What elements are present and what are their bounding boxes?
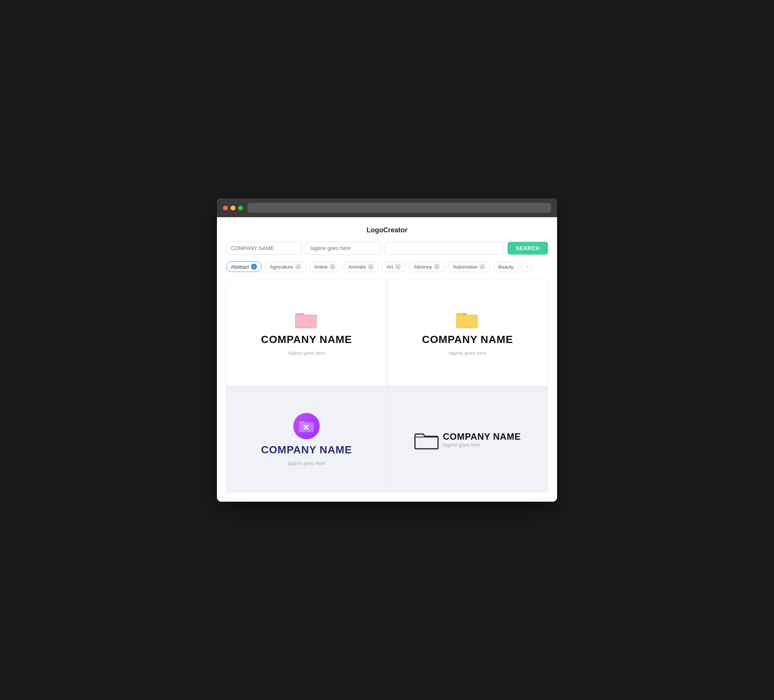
category-chip-beauty[interactable]: Beauty	[493, 262, 518, 272]
close-button[interactable]	[223, 205, 228, 210]
minimize-button[interactable]	[230, 205, 235, 210]
check-icon: ✓	[368, 264, 374, 270]
category-chip-attorney[interactable]: Attorney ✓	[409, 261, 445, 272]
logo-tagline: tagline goes here	[448, 350, 486, 356]
categories-bar: Abstract ✓ Agriculture ✓ Airline ✓ Anima…	[226, 261, 548, 272]
svg-rect-4	[463, 313, 467, 315]
logo-card-3[interactable]: COMPANY NAME tagline goes here	[227, 386, 387, 492]
logo-content: COMPANY NAME tagline goes here	[422, 310, 513, 356]
category-chip-art[interactable]: Art ✓	[382, 261, 406, 272]
logo-content: COMPANY NAME tagline goes here	[261, 310, 352, 356]
svg-rect-3	[457, 315, 478, 327]
browser-window: LogoCreator SEARCH Abstract ✓ Agricultur…	[217, 198, 557, 502]
check-icon: ✓	[251, 264, 257, 270]
app-title: LogoCreator	[226, 226, 548, 234]
folder-pink-icon	[295, 310, 318, 329]
category-label: Animals	[349, 264, 366, 270]
category-label: Airline	[314, 264, 327, 270]
category-label: Abstract	[231, 264, 249, 270]
category-label: Beauty	[498, 264, 513, 270]
category-chip-automotive[interactable]: Automotive ✓	[448, 261, 490, 272]
logo-company-name: COMPANY NAME	[443, 431, 521, 442]
category-chip-airline[interactable]: Airline ✓	[309, 261, 341, 272]
categories-next-button[interactable]: →	[521, 261, 532, 272]
category-label: Automotive	[453, 264, 477, 270]
logo-company-name: COMPANY NAME	[261, 444, 352, 456]
check-icon: ✓	[329, 264, 336, 270]
check-icon: ✓	[395, 264, 401, 270]
folder-outline-icon	[414, 430, 437, 448]
check-icon: ✓	[434, 264, 440, 270]
category-label: Agriculture	[270, 264, 293, 270]
logo-company-name: COMPANY NAME	[422, 333, 513, 346]
category-chip-agriculture[interactable]: Agriculture ✓	[265, 261, 306, 272]
logo-tagline: tagline goes here	[288, 350, 326, 356]
category-label: Art	[387, 264, 393, 270]
svg-rect-1	[296, 315, 317, 327]
maximize-button[interactable]	[238, 205, 243, 210]
tagline-input[interactable]	[305, 242, 381, 254]
logo-card-2[interactable]: COMPANY NAME tagline goes here	[387, 280, 547, 386]
logo-text-group: COMPANY NAME tagline goes here	[443, 431, 521, 447]
folder-yellow-icon	[456, 310, 479, 329]
logo-tagline: tagline goes here	[443, 442, 521, 447]
logo-tagline: tagline goes here	[288, 461, 326, 466]
logo-content: COMPANY NAME tagline goes here	[261, 413, 352, 466]
folder-circle-icon	[293, 413, 320, 439]
category-chip-abstract[interactable]: Abstract ✓	[226, 261, 262, 272]
browser-titlebar	[217, 198, 557, 217]
extra-input[interactable]	[385, 242, 504, 254]
category-chip-animals[interactable]: Animals ✓	[344, 261, 379, 272]
search-bar: SEARCH	[226, 242, 548, 254]
check-icon: ✓	[479, 264, 485, 270]
traffic-lights	[223, 205, 243, 210]
logo-grid: COMPANY NAME tagline goes here C	[226, 279, 548, 493]
check-icon: ✓	[295, 264, 301, 270]
company-name-input[interactable]	[226, 242, 302, 254]
app-content: LogoCreator SEARCH Abstract ✓ Agricultur…	[217, 217, 557, 502]
category-label: Attorney	[414, 264, 432, 270]
logo-content: COMPANY NAME tagline goes here	[414, 430, 521, 448]
search-button[interactable]: SEARCH	[508, 242, 548, 254]
logo-card-4[interactable]: COMPANY NAME tagline goes here	[387, 386, 547, 492]
logo-card-1[interactable]: COMPANY NAME tagline goes here	[227, 280, 387, 386]
logo-company-name: COMPANY NAME	[261, 333, 352, 346]
address-bar[interactable]	[248, 203, 551, 213]
